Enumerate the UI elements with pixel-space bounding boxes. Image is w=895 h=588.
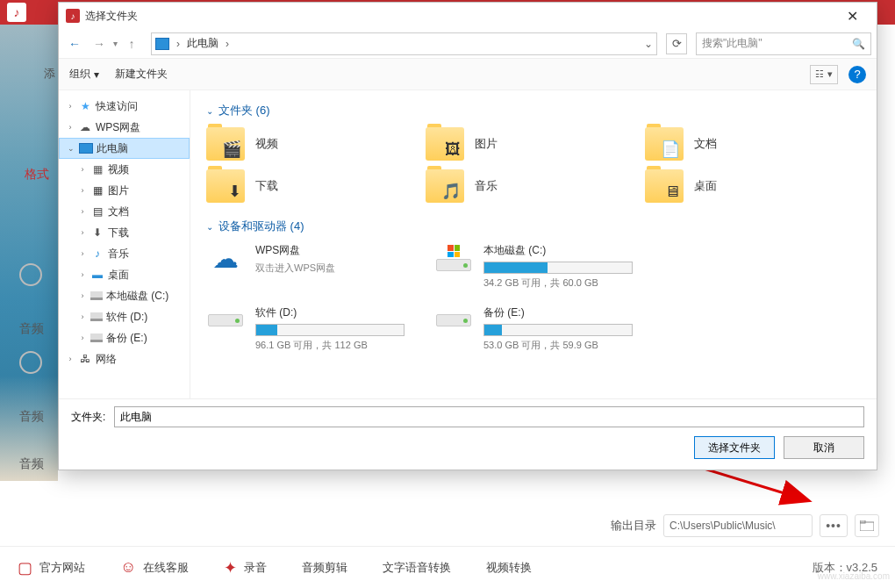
refresh-button[interactable]: ⟳ bbox=[666, 33, 687, 54]
folder-grid: 🎬视频🖼图片📄文档⬇下载🎵音乐🖥桌面 bbox=[206, 127, 861, 203]
breadcrumb[interactable]: 此电脑 bbox=[187, 36, 218, 51]
view-mode-button[interactable]: ☷ ▾ bbox=[810, 65, 838, 84]
format-label: 格式 bbox=[25, 167, 49, 183]
new-folder-button[interactable]: 新建文件夹 bbox=[115, 67, 168, 82]
music-icon: ♪ bbox=[90, 247, 104, 260]
folder-icon: ⬇ bbox=[206, 169, 245, 203]
folder-icon: 🖼 bbox=[426, 127, 464, 161]
tree-desktop[interactable]: ›▬桌面 bbox=[59, 264, 190, 285]
tree-downloads[interactable]: ›⬇下载 bbox=[59, 222, 190, 243]
chevron-down-icon[interactable]: ⌄ bbox=[644, 38, 653, 50]
nav-back-button[interactable]: ← bbox=[64, 33, 85, 54]
footer-site[interactable]: ▢官方网站 bbox=[18, 558, 85, 577]
output-dir-row: 输出目录 ••• bbox=[611, 514, 879, 537]
search-input[interactable]: 搜索"此电脑" 🔍 bbox=[696, 32, 871, 55]
folder-picker-dialog: ♪ 选择文件夹 ✕ ← → ▾ ↑ 此电脑 ⌄ ⟳ 搜索"此电脑" 🔍 组织▾ … bbox=[58, 2, 877, 470]
tree-music[interactable]: ›♪音乐 bbox=[59, 243, 190, 264]
doc-icon: ▤ bbox=[90, 205, 104, 218]
pc-icon bbox=[155, 38, 169, 50]
folder-icon: 📄 bbox=[645, 127, 684, 161]
dialog-navbar: ← → ▾ ↑ 此电脑 ⌄ ⟳ 搜索"此电脑" 🔍 bbox=[59, 29, 877, 59]
dialog-toolbar: 组织▾ 新建文件夹 ☷ ▾ ? bbox=[59, 59, 877, 90]
footer-tts[interactable]: 文字语音转换 bbox=[383, 560, 451, 576]
content-pane: ⌄文件夹 (6) 🎬视频🖼图片📄文档⬇下载🎵音乐🖥桌面 ⌄设备和驱动器 (4) … bbox=[190, 90, 877, 398]
footer-record[interactable]: ✦录音 bbox=[224, 558, 267, 577]
organize-menu[interactable]: 组织▾ bbox=[69, 67, 99, 82]
desktop-icon: ▬ bbox=[90, 269, 104, 281]
folder-field-label: 文件夹: bbox=[71, 410, 105, 425]
monitor-icon: ▢ bbox=[18, 558, 32, 577]
star-icon: ★ bbox=[78, 100, 92, 112]
dialog-bottom: 文件夹: 选择文件夹 取消 bbox=[59, 398, 877, 470]
footer-video[interactable]: 视频转换 bbox=[486, 560, 532, 576]
drive-e[interactable]: 备份 (E:)53.0 GB 可用，共 59.9 GB bbox=[434, 305, 636, 352]
drive-icon bbox=[434, 243, 473, 273]
tree-this-pc[interactable]: ⌄此电脑 bbox=[59, 138, 190, 159]
footer-cut[interactable]: 音频剪辑 bbox=[302, 560, 347, 576]
help-button[interactable]: ? bbox=[848, 66, 866, 83]
output-label: 输出目录 bbox=[611, 518, 656, 534]
folder-label: 图片 bbox=[475, 136, 498, 152]
close-button[interactable]: ✕ bbox=[834, 8, 870, 25]
headset-icon: ☺ bbox=[120, 558, 136, 577]
nav-history-dropdown[interactable]: ▾ bbox=[113, 39, 118, 48]
tree-pictures[interactable]: ›▦图片 bbox=[59, 180, 190, 201]
audio-section-2: 音频 bbox=[19, 351, 44, 425]
drive-wps[interactable]: ☁ WPS网盘双击进入WPS网盘 bbox=[206, 243, 408, 290]
folder-label: 音乐 bbox=[475, 178, 498, 194]
chevron-down-icon: ▾ bbox=[94, 68, 99, 81]
open-folder-button[interactable] bbox=[855, 514, 879, 537]
nav-tree: ›★快速访问 ›☁WPS网盘 ⌄此电脑 ›▦视频 ›▦图片 ›▤文档 ›⬇下载 … bbox=[59, 90, 190, 398]
folder-label: 桌面 bbox=[694, 178, 717, 194]
app-footer: ▢官方网站 ☺在线客服 ✦录音 音频剪辑 文字语音转换 视频转换 版本：v3.2… bbox=[0, 546, 895, 588]
add-tab[interactable]: 添 bbox=[44, 66, 55, 82]
folder-item[interactable]: 🎵音乐 bbox=[426, 169, 619, 203]
search-placeholder: 搜索"此电脑" bbox=[702, 36, 763, 51]
folder-name-input[interactable] bbox=[114, 406, 864, 427]
mic-icon: ✦ bbox=[224, 558, 237, 577]
drive-c[interactable]: 本地磁盘 (C:)34.2 GB 可用，共 60.0 GB bbox=[434, 243, 636, 290]
folder-item[interactable]: ⬇下载 bbox=[206, 169, 399, 203]
dialog-titlebar: ♪ 选择文件夹 ✕ bbox=[59, 3, 877, 29]
image-icon: ▦ bbox=[90, 184, 104, 197]
dialog-app-icon: ♪ bbox=[66, 9, 80, 23]
video-icon: ▦ bbox=[90, 163, 104, 176]
tree-wps[interactable]: ›☁WPS网盘 bbox=[59, 117, 190, 138]
folder-item[interactable]: 📄文档 bbox=[645, 127, 838, 161]
group-folders-header[interactable]: ⌄文件夹 (6) bbox=[206, 103, 861, 118]
group-drives-header[interactable]: ⌄设备和驱动器 (4) bbox=[206, 219, 861, 234]
app-icon: ♪ bbox=[7, 3, 26, 22]
drive-icon bbox=[206, 305, 245, 335]
drive-icon bbox=[90, 312, 103, 321]
tree-drive-e[interactable]: ›备份 (E:) bbox=[59, 327, 190, 348]
cloud-icon: ☁ bbox=[78, 121, 92, 133]
folder-item[interactable]: 🎬视频 bbox=[206, 127, 399, 161]
tree-quick-access[interactable]: ›★快速访问 bbox=[59, 96, 190, 117]
cancel-button[interactable]: 取消 bbox=[784, 436, 864, 459]
audio-section-3: 音频 bbox=[19, 456, 44, 472]
tree-drive-d[interactable]: ›软件 (D:) bbox=[59, 306, 190, 327]
tree-drive-c[interactable]: ›本地磁盘 (C:) bbox=[59, 285, 190, 306]
footer-support[interactable]: ☺在线客服 bbox=[120, 558, 189, 577]
folder-icon: 🎵 bbox=[426, 169, 464, 203]
drive-icon bbox=[90, 291, 103, 300]
folder-label: 视频 bbox=[255, 136, 278, 152]
nav-up-button[interactable]: ↑ bbox=[121, 33, 142, 54]
tree-videos[interactable]: ›▦视频 bbox=[59, 159, 190, 180]
drive-d[interactable]: 软件 (D:)96.1 GB 可用，共 112 GB bbox=[206, 305, 408, 352]
tree-network[interactable]: ›🖧网络 bbox=[59, 348, 190, 369]
browse-button[interactable]: ••• bbox=[820, 514, 848, 537]
tree-documents[interactable]: ›▤文档 bbox=[59, 201, 190, 222]
address-bar[interactable]: 此电脑 ⌄ bbox=[151, 32, 657, 55]
folder-item[interactable]: 🖼图片 bbox=[426, 127, 619, 161]
select-folder-button[interactable]: 选择文件夹 bbox=[694, 436, 775, 459]
chevron-down-icon: ⌄ bbox=[206, 106, 213, 116]
chevron-down-icon: ⌄ bbox=[206, 222, 213, 232]
network-icon: 🖧 bbox=[78, 353, 92, 365]
drive-icon bbox=[434, 305, 473, 335]
folder-item[interactable]: 🖥桌面 bbox=[645, 169, 838, 203]
folder-label: 文档 bbox=[694, 136, 717, 152]
dialog-title: 选择文件夹 bbox=[85, 9, 138, 24]
nav-forward-button[interactable]: → bbox=[89, 33, 110, 54]
output-path-input[interactable] bbox=[663, 514, 813, 537]
